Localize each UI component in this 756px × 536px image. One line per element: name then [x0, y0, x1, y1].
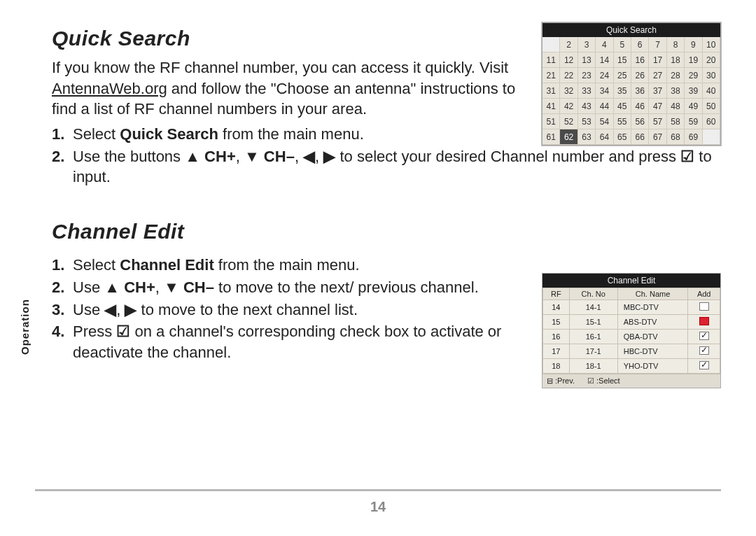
channel-cell: 33 — [578, 83, 596, 99]
channel-cell: 66 — [631, 129, 649, 145]
channel-edit-steps: Select Channel Edit from the main menu. … — [52, 255, 514, 362]
cell-chname: ABS-DTV — [617, 315, 688, 330]
ch-minus-icon: ▼ CH– — [244, 148, 295, 165]
channel-cell: 37 — [649, 83, 666, 99]
cell-add — [688, 330, 720, 344]
check-icon: ☑ — [116, 323, 130, 340]
channel-cell: 48 — [667, 99, 685, 114]
cell-chno: 17-1 — [569, 344, 617, 359]
ce-step-2: Use ▲ CH+, ▼ CH– to move to the next/ pr… — [52, 277, 514, 298]
channel-cell: 63 — [578, 129, 596, 145]
channel-cell: 16 — [631, 52, 649, 68]
ce-step-1: Select Channel Edit from the main menu. — [52, 255, 514, 276]
channel-cell: 17 — [649, 52, 666, 68]
ce-step-4: Press ☑ on a channel's corresponding che… — [52, 321, 514, 362]
channel-cell: 26 — [631, 68, 649, 83]
ch-minus-icon: ▼ CH– — [164, 278, 214, 296]
manual-page: Operation Quick Search If you know the R… — [0, 0, 756, 536]
table-row: 1717-1HBC-DTV — [543, 344, 720, 359]
channel-cell — [542, 37, 560, 52]
qs-step1-bold: Quick Search — [120, 125, 218, 143]
channel-cell: 13 — [578, 52, 596, 68]
footer-rule — [35, 489, 721, 491]
figure-qs-header: Quick Search — [542, 23, 720, 37]
channel-cell: 27 — [649, 68, 666, 83]
checkbox-icon — [699, 346, 709, 355]
sep: , — [116, 301, 125, 318]
checkbox-icon — [699, 332, 709, 340]
ce-step1-b: from the main menu. — [214, 256, 360, 274]
col-add: Add — [688, 288, 720, 300]
channel-cell: 5 — [614, 37, 631, 52]
channel-cell: 67 — [649, 129, 666, 145]
channel-cell — [703, 129, 720, 145]
channel-cell: 2 — [560, 37, 578, 52]
channel-cell: 62 — [560, 129, 578, 145]
ce-step-3: Use ◀, ▶ to move to the next channel lis… — [52, 299, 514, 320]
channel-cell: 22 — [560, 68, 578, 83]
channel-cell: 65 — [614, 129, 631, 145]
ce-step3-a: Use — [73, 301, 104, 318]
checkbox-icon — [699, 302, 709, 311]
sep: , — [295, 148, 303, 165]
channel-cell: 12 — [560, 52, 578, 68]
channel-cell: 11 — [542, 52, 560, 68]
channel-cell: 64 — [596, 129, 613, 145]
channel-cell: 24 — [596, 68, 613, 83]
cell-rf: 15 — [543, 315, 570, 330]
cell-rf: 16 — [543, 330, 570, 344]
channel-cell: 28 — [667, 68, 685, 83]
channel-cell: 45 — [614, 99, 631, 114]
ch-plus-icon: ▲ CH+ — [104, 278, 155, 296]
ce-step1-bold: Channel Edit — [120, 256, 214, 274]
channel-cell: 58 — [667, 114, 685, 129]
cell-chname: HBC-DTV — [617, 344, 688, 359]
channel-cell: 61 — [542, 129, 560, 145]
channel-cell: 6 — [631, 37, 649, 52]
channel-cell: 52 — [560, 114, 578, 129]
cell-chno: 15-1 — [569, 315, 617, 330]
cell-chname: QBA-DTV — [617, 330, 688, 344]
channel-cell: 25 — [614, 68, 631, 83]
cell-chname: MBC-DTV — [617, 300, 688, 315]
qs-step1-a: Select — [73, 125, 120, 143]
cell-add — [688, 300, 720, 315]
table-row: 1818-1YHO-DTV — [543, 359, 720, 374]
channel-cell: 18 — [667, 52, 685, 68]
channel-cell: 21 — [542, 68, 560, 83]
left-arrow-icon: ◀ — [104, 301, 116, 318]
cell-add — [688, 344, 720, 359]
channel-cell: 57 — [649, 114, 666, 129]
channel-cell: 29 — [685, 68, 702, 83]
figure-quick-search-grid: Quick Search 234567891011121314151617181… — [542, 22, 721, 146]
sep: , — [315, 148, 323, 165]
channel-cell: 4 — [596, 37, 613, 52]
channel-cell: 53 — [578, 114, 596, 129]
qs-step-2: Use the buttons ▲ CH+, ▼ CH–, ◀, ▶ to se… — [52, 146, 721, 188]
ch-plus-icon: ▲ CH+ — [185, 148, 236, 165]
table-row: 1616-1QBA-DTV — [543, 330, 720, 344]
qs-step1-b: from the main menu. — [218, 125, 364, 143]
table-row: 1515-1ABS-DTV — [543, 315, 720, 330]
antennaweb-link[interactable]: AntennaWeb.org — [52, 80, 167, 97]
channel-cell: 40 — [703, 83, 720, 99]
channel-cell: 7 — [649, 37, 666, 52]
channel-cell: 20 — [703, 52, 720, 68]
ce-step4-a: Press — [73, 323, 116, 340]
col-chno: Ch. No — [569, 288, 617, 300]
side-tab-operation: Operation — [15, 267, 34, 386]
channel-cell: 47 — [649, 99, 666, 114]
ce-step3-b: to move to the next channel list. — [136, 301, 358, 318]
channel-cell: 59 — [685, 114, 702, 129]
cell-chname: YHO-DTV — [617, 359, 688, 374]
qs-step2-b: to select your desired Channel number an… — [335, 148, 680, 165]
page-number: 14 — [0, 499, 756, 515]
channel-cell: 8 — [667, 37, 685, 52]
channel-cell: 69 — [685, 129, 702, 145]
channel-cell: 34 — [596, 83, 613, 99]
channel-cell: 49 — [685, 99, 702, 114]
col-rf: RF — [543, 288, 570, 300]
cell-rf: 18 — [543, 359, 570, 374]
footer-prev: :Prev. — [547, 376, 575, 386]
channel-cell: 15 — [614, 52, 631, 68]
